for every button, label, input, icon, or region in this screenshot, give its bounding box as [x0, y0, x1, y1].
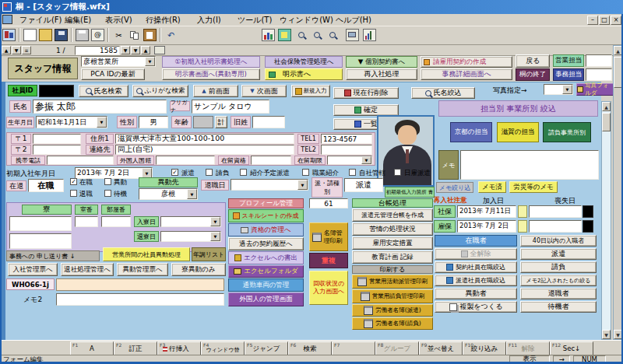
- save-icon[interactable]: [55, 29, 68, 41]
- shaho-flag-box[interactable]: [518, 205, 527, 218]
- fkey-f9[interactable]: F9並べ替え: [419, 341, 463, 355]
- koyo-join-input[interactable]: 2013年 7月 2日: [457, 220, 516, 233]
- meiji-gamen-button[interactable]: 明示書画面へ(異動専用): [162, 68, 260, 80]
- name-search-button[interactable]: 氏名検索: [79, 85, 128, 97]
- rodosha-meibo-ukeoi-button[interactable]: 労働者名簿(請負): [352, 317, 433, 330]
- checkout-input[interactable]: ▼: [160, 231, 221, 242]
- paste-icon[interactable]: [143, 29, 157, 41]
- koyo-loss-input[interactable]: [529, 220, 582, 233]
- kaishu-input-button[interactable]: 回収状況の入力画面へ: [309, 271, 348, 305]
- fkey-f6[interactable]: F6検索: [288, 341, 332, 355]
- kako-keiyaku-button[interactable]: 過去の契約履歴へ: [228, 237, 304, 250]
- excel-out-button[interactable]: エクセルへの書出: [228, 251, 304, 264]
- kobetsu-keiyaku-button[interactable]: ▼ 個別契約書へ: [346, 56, 417, 68]
- shaho-loss-input[interactable]: [529, 205, 582, 218]
- jimu-tanto-input[interactable]: [586, 68, 612, 81]
- photo-folder-button[interactable]: 写真フォルダ: [576, 83, 614, 96]
- tel2-input[interactable]: [321, 145, 372, 155]
- birth-input[interactable]: 昭和1年1月1日▼: [36, 116, 107, 128]
- fkey-f2[interactable]: F2訂正: [114, 341, 157, 355]
- fkey-f7[interactable]: F7: [332, 341, 375, 355]
- fkey-f4[interactable]: F4ウィンドウ替: [201, 341, 245, 355]
- print-icon[interactable]: [76, 29, 89, 41]
- memo2-input[interactable]: [56, 293, 224, 306]
- memo-done-button[interactable]: メモ済: [478, 181, 506, 193]
- new-file-icon[interactable]: [23, 29, 37, 41]
- shaho-kanri-button[interactable]: 社会保険管理処理へ: [265, 56, 343, 68]
- zip2-input[interactable]: [33, 145, 81, 155]
- menu-edit[interactable]: 編集(E): [59, 14, 97, 26]
- zaishokusha-filter-button[interactable]: 在職者: [435, 235, 517, 247]
- zoom-info-icon[interactable]: [327, 29, 340, 41]
- shikaku-kanri-button[interactable]: 資格の管理へ: [228, 223, 304, 236]
- tel1-input[interactable]: 123-4567: [321, 134, 372, 144]
- graph-icon[interactable]: [262, 29, 275, 41]
- eigyo-ukeoi-print-button[interactable]: 営業用請負管理印刷: [352, 289, 433, 303]
- taishoku-checkbox[interactable]: [70, 190, 77, 197]
- menu-tools[interactable]: ツール(T): [232, 14, 277, 26]
- dropdown-arrow-icon[interactable]: ▼: [145, 57, 155, 66]
- keiyaku-zaishoku-filter-button[interactable]: 契約社員在職絞込: [435, 261, 517, 273]
- inner-scrollbar[interactable]: ▲ ▼: [601, 101, 611, 340]
- dropdown-arrow-icon[interactable]: ▼: [562, 85, 572, 94]
- taiki-checkbox[interactable]: [104, 190, 111, 197]
- dropdown-arrow-icon[interactable]: ▼: [187, 189, 197, 199]
- taikisha-filter-button[interactable]: 待機者: [520, 301, 597, 313]
- taishoku-date-input[interactable]: ▼: [231, 179, 308, 191]
- visa-period-input[interactable]: ▼: [327, 156, 372, 165]
- next-page-button[interactable]: ▼次画面: [241, 85, 287, 97]
- contact-input[interactable]: 同上(自宅): [115, 145, 294, 155]
- visa-status-input[interactable]: [251, 156, 291, 165]
- print-preview-icon[interactable]: @: [91, 29, 104, 41]
- menu-row-ops[interactable]: 行操作(R): [140, 14, 186, 26]
- fkey-f10[interactable]: F10絞り込み: [463, 341, 506, 355]
- zoom-icon[interactable]: [296, 29, 309, 41]
- zip1-input[interactable]: [33, 134, 81, 144]
- idousha-filter-button[interactable]: 異動者: [435, 288, 517, 299]
- addr1-input[interactable]: 滋賀県大津市大萱100-100-100: [115, 134, 294, 144]
- idou-shori-button[interactable]: 営業所間の社員異動処理: [103, 247, 190, 261]
- close-button[interactable]: ×: [611, 16, 621, 25]
- excel-folder-button[interactable]: エクセルフォルダ: [228, 265, 304, 278]
- form-view-icon[interactable]: [154, 46, 165, 54]
- bar-chart-icon[interactable]: [363, 29, 376, 41]
- kiri-exit-button[interactable]: 桐の終了: [516, 68, 550, 81]
- ukeyatoi-keiyaku-button[interactable]: 請雇用契約の作成: [421, 56, 512, 68]
- record-dropdown-button[interactable]: ▼: [121, 46, 130, 54]
- age-calc-button[interactable]: 計: [215, 116, 227, 128]
- first-record-button[interactable]: ▲: [2, 46, 11, 54]
- haken-daicho-button[interactable]: 派遣元管理台帳を作成: [352, 208, 433, 222]
- record-menu-button[interactable]: ≡: [22, 46, 31, 54]
- skill-sheet-button[interactable]: スキルシートの作成: [228, 209, 304, 222]
- record-total-input[interactable]: 1585: [75, 46, 120, 55]
- memo2-filter-button[interactable]: メモ2記入されたもの絞る: [520, 275, 597, 286]
- dorm-name-input[interactable]: [9, 216, 72, 231]
- meijisho-button[interactable]: 明示書へ: [265, 68, 343, 80]
- ryo-idou-button[interactable]: 寮異動のみ: [171, 263, 226, 276]
- shiga-tanto-button[interactable]: 滋賀の担当: [497, 122, 539, 142]
- photo-spec-input[interactable]: ▼: [544, 84, 573, 95]
- copy-icon[interactable]: [128, 29, 141, 41]
- staff-id-value[interactable]: [39, 85, 74, 97]
- sai-nyusha-button[interactable]: 再入社処理: [346, 68, 417, 80]
- last-record-button[interactable]: ▲: [141, 46, 150, 54]
- rodosha-meibo-haken-button[interactable]: 労働者名簿(派遣): [352, 304, 433, 317]
- tenshutsu-select[interactable]: 彦根▼: [139, 188, 198, 200]
- minimize-button[interactable]: –: [587, 16, 598, 25]
- prev-record-button[interactable]: ▼: [12, 46, 21, 54]
- prev-page-button[interactable]: ▲前画面: [193, 85, 238, 97]
- checkin-input[interactable]: ▼: [160, 216, 221, 227]
- document-icon[interactable]: [2, 15, 12, 24]
- shaho-loss-flag[interactable]: [583, 205, 593, 218]
- eigyo-tanto-input[interactable]: [586, 54, 612, 67]
- menu-window[interactable]: ウィンドウ(W): [274, 14, 339, 26]
- fkey-f8[interactable]: F8グループ: [375, 341, 419, 355]
- duplicate-record-button[interactable]: 複製をつくる: [435, 301, 517, 313]
- menu-input[interactable]: 入力(I): [192, 14, 227, 26]
- ukeoi-jigyosho-button[interactable]: 請負事業所別: [543, 122, 591, 142]
- taishokusha-filter-button[interactable]: 退職者: [520, 288, 597, 299]
- fkey-f12[interactable]: F12Sec↓: [550, 341, 593, 355]
- maiden-input[interactable]: [252, 116, 285, 128]
- haken-filter-button[interactable]: 派遣: [520, 248, 597, 260]
- zaishoku-checkbox[interactable]: ✓: [70, 178, 77, 185]
